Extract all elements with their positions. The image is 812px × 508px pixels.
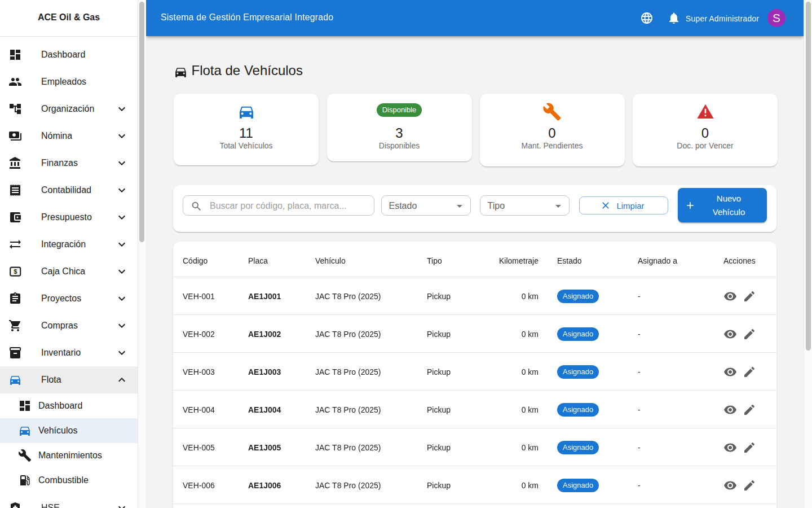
svg-text:$: $ bbox=[14, 268, 17, 275]
